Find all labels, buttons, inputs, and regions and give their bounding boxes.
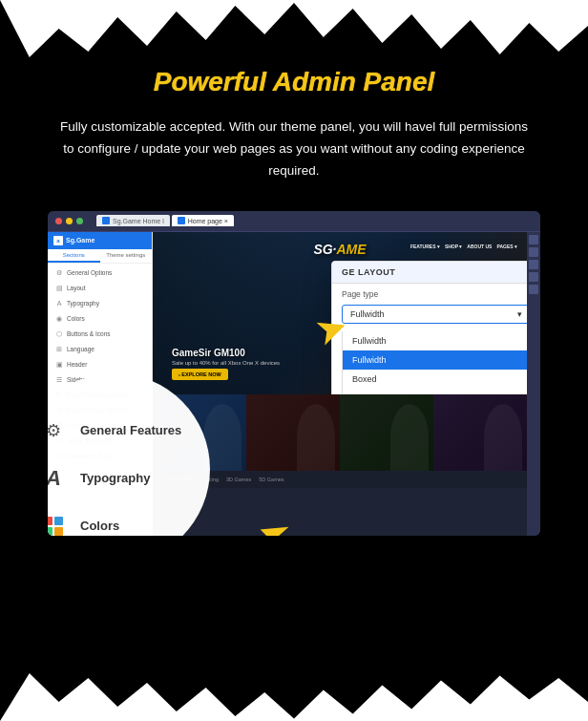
hero-button[interactable]: › EXPLORE NOW (172, 369, 228, 380)
bottom-nav-5d: 5D Games (259, 477, 284, 482)
circle-item-label-typography: Typography (80, 471, 150, 485)
dropdown-option-boxed[interactable]: Boxed (343, 370, 527, 389)
right-bar-icon-5 (529, 285, 538, 294)
sidebar-header: a Sg.Game (48, 232, 152, 249)
char-silhouette-3 (390, 404, 429, 471)
page-title: Powerful Admin Panel (48, 67, 540, 97)
browser-topbar: Sg.Game Home l Home page × (48, 211, 540, 232)
svg-rect-3 (54, 527, 63, 536)
right-bar-icon-3 (529, 260, 538, 269)
sidebar-item-label: Buttons & Icons (67, 330, 111, 337)
svg-rect-1 (54, 517, 63, 525)
nav-about: ABOUT US (467, 244, 492, 249)
dropdown-option-fullwidth-2[interactable]: Fullwidth (343, 350, 527, 370)
page-type-value: Fullwidth (350, 309, 385, 319)
sidebar-item-header[interactable]: ▣ Header (48, 357, 152, 372)
layout-icon: ▤ (55, 285, 63, 292)
dropdown-option-rounded[interactable]: Rounded (343, 389, 527, 394)
browser-tab-2[interactable]: Home page × (172, 215, 234, 226)
tab-bar: Sg.Game Home l Home page × (96, 215, 234, 226)
popup-field: Fullwidth ▾ (332, 302, 527, 331)
sidebar-item-label: General Options (67, 269, 112, 276)
hero-text: GameSir GM100 Sale up to 40% for all Xbo… (172, 348, 280, 366)
right-bar-icon-1 (529, 235, 538, 244)
sidebar-item-buttons[interactable]: ⬡ Buttons & Icons (48, 327, 152, 342)
popup-section-label: Page type (332, 284, 527, 302)
page-type-dropdown: Fullwidth Fullwidth Boxed Rounded Iframe… (342, 331, 527, 394)
gear-circle-icon: ⚙ (48, 415, 69, 446)
sidebar-icon: ☰ (55, 376, 63, 384)
sidebar-item-language[interactable]: ⊞ Language (48, 342, 152, 357)
svg-rect-2 (48, 527, 52, 536)
buttons-icon: ⬡ (55, 330, 63, 338)
sidebar-item-label: Colors (67, 315, 85, 322)
tab-1-label: Sg.Game Home l (113, 218, 164, 224)
maximize-dot (76, 218, 83, 224)
sidebar-tab-theme[interactable]: Theme settings (100, 249, 153, 263)
char-silhouette-2 (297, 404, 335, 471)
hero-heading: GameSir GM100 (172, 348, 280, 358)
typography-circle-icon: A (48, 463, 69, 494)
browser-tab-1[interactable]: Sg.Game Home l (96, 215, 170, 226)
game-thumb-4 (433, 394, 527, 471)
sidebar-tab-bar: Sections Theme settings (48, 249, 152, 264)
typography-icon: A (55, 300, 63, 307)
sidebar-tab-sections[interactable]: Sections (48, 249, 100, 263)
right-bar-icon-2 (529, 247, 538, 257)
nav-pages: PAGES ▾ (496, 244, 517, 249)
sidebar-item-label: Typography (67, 300, 99, 307)
panel-right-bar (527, 232, 540, 536)
hero-nav: FEATURES ▾ SHOP ▾ ABOUT US PAGES ▾ (410, 244, 517, 249)
sidebar-item-general[interactable]: ⚙ General Options (48, 265, 152, 281)
torn-bottom-edge (0, 673, 588, 721)
tab-2-label: Home page × (188, 218, 228, 224)
language-icon: ⊞ (55, 346, 63, 353)
circle-item-label-general: General Features (80, 423, 181, 437)
panel-main: SG·AME FEATURES ▾ SHOP ▾ ABOUT US PAGES … (153, 232, 527, 536)
sidebar-logo: a (53, 236, 63, 245)
popup-header: GE LAYOUT (332, 262, 527, 284)
char-silhouette-4 (484, 404, 522, 471)
game-thumb-2 (246, 394, 340, 471)
bottom-nav-3d: 3D Games (226, 477, 251, 482)
game-thumb-3 (340, 394, 433, 471)
dropdown-option-fullwidth-1[interactable]: Fullwidth (343, 331, 527, 350)
sidebar-item-label: Layout (67, 285, 86, 291)
gear-icon: ⚙ (55, 269, 63, 277)
close-dot (55, 218, 62, 224)
mockup-container: ➤ Sg.Game Home l Home page × (48, 211, 540, 536)
minimize-dot (66, 218, 73, 224)
chevron-down-icon: ▾ (517, 309, 522, 319)
favicon-2 (178, 217, 185, 224)
circle-menu-item-colors[interactable]: Colors (48, 511, 191, 536)
right-bar-icon-4 (529, 272, 538, 282)
sidebar-item-label: Language (67, 346, 94, 352)
colors-circle-icon (48, 511, 69, 536)
sidebar-item-label: Header (67, 361, 87, 368)
sidebar-item-typography[interactable]: A Typography (48, 296, 152, 311)
circle-menu-item-typography[interactable]: A Typography (48, 463, 191, 494)
page-description: Fully customizable accepted. With our th… (48, 117, 540, 182)
colors-icon: ◉ (55, 315, 63, 323)
circle-item-label-colors: Colors (80, 519, 119, 533)
sidebar-logo-label: Sg.Game (66, 237, 94, 244)
svg-rect-0 (48, 517, 52, 525)
sidebar-item-colors[interactable]: ◉ Colors (48, 311, 152, 327)
header-icon: ▣ (55, 361, 63, 369)
nav-shop: SHOP ▾ (445, 244, 462, 249)
nav-features: FEATURES ▾ (410, 244, 440, 249)
sidebar-item-layout[interactable]: ▤ Layout (48, 281, 152, 296)
hero-logo: SG·AME (313, 242, 366, 257)
circle-menu-item-general[interactable]: ⚙ General Features (48, 415, 191, 446)
admin-panel: Sg.Game Home l Home page × a Sg.Game (48, 211, 540, 536)
hero-subtext: Sale up to 40% for all Xbox One X device… (172, 360, 280, 366)
page-type-input[interactable]: Fullwidth ▾ (342, 305, 527, 324)
page-layout-popup: GE LAYOUT Page type Fullwidth ▾ Fullwidt… (331, 261, 527, 394)
favicon-1 (102, 217, 110, 224)
